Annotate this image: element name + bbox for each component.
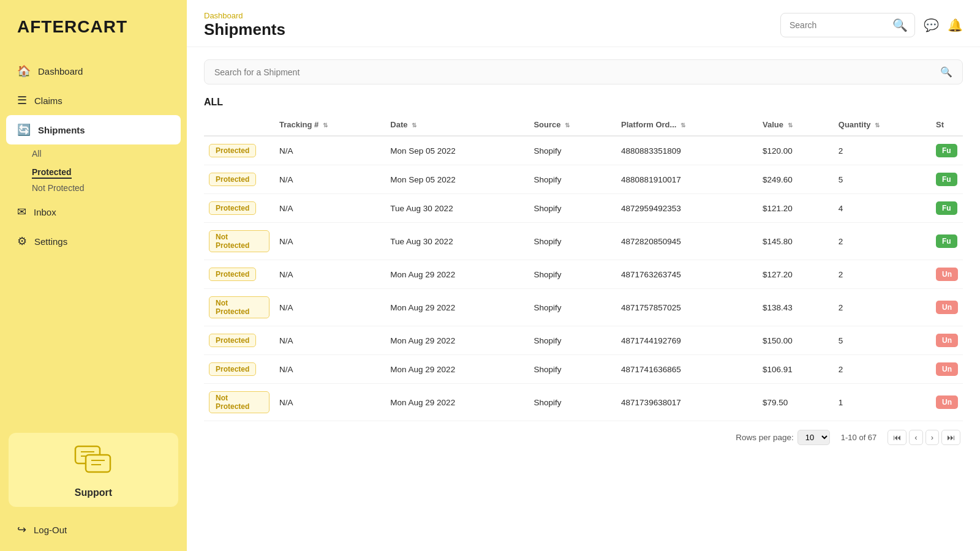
pagination-info: 1-10 of 67 bbox=[841, 433, 877, 442]
cell-status: Fu bbox=[931, 136, 963, 165]
cell-tracking: N/A bbox=[274, 355, 385, 384]
cell-status: Fu bbox=[931, 223, 963, 260]
support-box: Support bbox=[9, 433, 178, 507]
cell-quantity: 2 bbox=[834, 355, 931, 384]
cell-source: Shopify bbox=[529, 289, 616, 326]
col-header-date[interactable]: Date ⇅ bbox=[385, 114, 529, 136]
pagination-nav: ⏮ ‹ › ⏭ bbox=[888, 430, 960, 445]
cell-tracking: N/A bbox=[274, 289, 385, 326]
table-footer: Rows per page: 10 25 50 1-10 of 67 ⏮ ‹ ›… bbox=[204, 421, 963, 448]
cell-platform-order: 4872820850945 bbox=[616, 223, 758, 260]
support-label[interactable]: Support bbox=[75, 487, 112, 498]
cell-quantity: 5 bbox=[834, 165, 931, 194]
sidebar-item-dashboard-label: Dashboard bbox=[38, 66, 83, 77]
table-row[interactable]: Protected N/A Mon Sep 05 2022 Shopify 48… bbox=[204, 136, 963, 165]
shipments-subnav: All Protected Not Protected bbox=[0, 144, 187, 197]
cell-badge: Protected bbox=[204, 326, 274, 355]
inbox-icon: ✉ bbox=[17, 205, 26, 219]
content-area: 🔍 ALL Tracking # ⇅ Date ⇅ Source ⇅ Platf… bbox=[187, 47, 980, 551]
cell-status: Un bbox=[931, 355, 963, 384]
sidebar-item-dashboard[interactable]: 🏠 Dashboard bbox=[0, 56, 187, 86]
svg-rect-3 bbox=[86, 455, 110, 472]
col-header-quantity[interactable]: Quantity ⇅ bbox=[834, 114, 931, 136]
cell-platform-order: 4872959492353 bbox=[616, 194, 758, 223]
cell-date: Mon Aug 29 2022 bbox=[385, 384, 529, 421]
page-title: Shipments bbox=[204, 20, 285, 39]
top-header: Dashboard Shipments 🔍 💬 🔔 bbox=[187, 0, 980, 47]
sidebar-item-inbox-label: Inbox bbox=[34, 207, 56, 217]
table-row[interactable]: Not Protected N/A Mon Aug 29 2022 Shopif… bbox=[204, 384, 963, 421]
breadcrumb: Dashboard bbox=[204, 11, 285, 20]
table-row[interactable]: Protected N/A Mon Sep 05 2022 Shopify 48… bbox=[204, 165, 963, 194]
sidebar-item-settings[interactable]: ⚙ Settings bbox=[0, 227, 187, 256]
cell-value: $120.00 bbox=[758, 136, 834, 165]
shipment-search-bar[interactable]: 🔍 bbox=[204, 59, 963, 84]
nav-section: 🏠 Dashboard ☰ Claims 🔄 Shipments All Pro… bbox=[0, 51, 187, 427]
cell-tracking: N/A bbox=[274, 165, 385, 194]
col-header-tracking[interactable]: Tracking # ⇅ bbox=[274, 114, 385, 136]
search-box[interactable]: 🔍 bbox=[780, 13, 915, 37]
sidebar-item-shipments-label: Shipments bbox=[38, 125, 85, 135]
cell-value: $145.80 bbox=[758, 223, 834, 260]
sidebar-item-claims-label: Claims bbox=[34, 96, 62, 106]
all-label: ALL bbox=[204, 97, 963, 108]
cell-quantity: 1 bbox=[834, 384, 931, 421]
table-row[interactable]: Protected N/A Tue Aug 30 2022 Shopify 48… bbox=[204, 194, 963, 223]
col-header-value[interactable]: Value ⇅ bbox=[758, 114, 834, 136]
subnav-all[interactable]: All bbox=[32, 144, 187, 163]
cell-platform-order: 4871741636865 bbox=[616, 355, 758, 384]
table-row[interactable]: Protected N/A Mon Aug 29 2022 Shopify 48… bbox=[204, 326, 963, 355]
logout-icon: ↪ bbox=[17, 523, 26, 536]
sidebar-item-shipments[interactable]: 🔄 Shipments bbox=[6, 115, 181, 144]
cell-date: Mon Aug 29 2022 bbox=[385, 289, 529, 326]
cell-badge: Protected bbox=[204, 355, 274, 384]
chat-icon[interactable]: 💬 bbox=[924, 18, 939, 32]
cell-platform-order: 4871757857025 bbox=[616, 289, 758, 326]
col-header-badge bbox=[204, 114, 274, 136]
home-icon: 🏠 bbox=[17, 64, 31, 78]
cell-value: $106.91 bbox=[758, 355, 834, 384]
cell-platform-order: 4880881910017 bbox=[616, 165, 758, 194]
rows-per-page-select[interactable]: 10 25 50 bbox=[797, 430, 830, 445]
cell-tracking: N/A bbox=[274, 260, 385, 289]
main-content: Dashboard Shipments 🔍 💬 🔔 🔍 ALL Trac bbox=[187, 0, 980, 551]
page-prev-button[interactable]: ‹ bbox=[909, 430, 922, 445]
rows-per-page-label: Rows per page: bbox=[736, 433, 794, 442]
page-next-button[interactable]: › bbox=[925, 430, 939, 445]
cell-quantity: 4 bbox=[834, 194, 931, 223]
search-input[interactable] bbox=[790, 20, 888, 30]
shipments-table: Tracking # ⇅ Date ⇅ Source ⇅ Platform Or… bbox=[204, 114, 963, 421]
table-row[interactable]: Not Protected N/A Tue Aug 30 2022 Shopif… bbox=[204, 223, 963, 260]
table-row[interactable]: Protected N/A Mon Aug 29 2022 Shopify 48… bbox=[204, 355, 963, 384]
col-header-platform-order[interactable]: Platform Ord... ⇅ bbox=[616, 114, 758, 136]
cell-value: $138.43 bbox=[758, 289, 834, 326]
col-header-status: St bbox=[931, 114, 963, 136]
cell-date: Tue Aug 30 2022 bbox=[385, 194, 529, 223]
cell-quantity: 2 bbox=[834, 136, 931, 165]
cell-tracking: N/A bbox=[274, 136, 385, 165]
cell-value: $79.50 bbox=[758, 384, 834, 421]
header-left: Dashboard Shipments bbox=[204, 11, 285, 39]
table-row[interactable]: Protected N/A Mon Aug 29 2022 Shopify 48… bbox=[204, 260, 963, 289]
sidebar: AFTERCART 🏠 Dashboard ☰ Claims 🔄 Shipmen… bbox=[0, 0, 187, 551]
claims-icon: ☰ bbox=[17, 94, 27, 107]
cell-value: $150.00 bbox=[758, 326, 834, 355]
search-icon: 🔍 bbox=[892, 18, 908, 32]
page-last-button[interactable]: ⏭ bbox=[941, 430, 960, 445]
subnav-not-protected[interactable]: Not Protected bbox=[32, 179, 187, 197]
logout-button[interactable]: ↪ Log-Out bbox=[0, 513, 187, 551]
shipment-search-input[interactable] bbox=[214, 67, 940, 77]
table-row[interactable]: Not Protected N/A Mon Aug 29 2022 Shopif… bbox=[204, 289, 963, 326]
cell-badge: Protected bbox=[204, 165, 274, 194]
sidebar-item-inbox[interactable]: ✉ Inbox bbox=[0, 197, 187, 227]
page-first-button[interactable]: ⏮ bbox=[888, 430, 907, 445]
cell-date: Mon Aug 29 2022 bbox=[385, 355, 529, 384]
subnav-protected[interactable]: Protected bbox=[32, 163, 72, 179]
cell-badge: Protected bbox=[204, 260, 274, 289]
notification-icon[interactable]: 🔔 bbox=[948, 18, 963, 32]
logout-label: Log-Out bbox=[34, 525, 67, 535]
cell-platform-order: 4871739638017 bbox=[616, 384, 758, 421]
cell-status: Fu bbox=[931, 194, 963, 223]
sidebar-item-claims[interactable]: ☰ Claims bbox=[0, 86, 187, 115]
col-header-source[interactable]: Source ⇅ bbox=[529, 114, 616, 136]
